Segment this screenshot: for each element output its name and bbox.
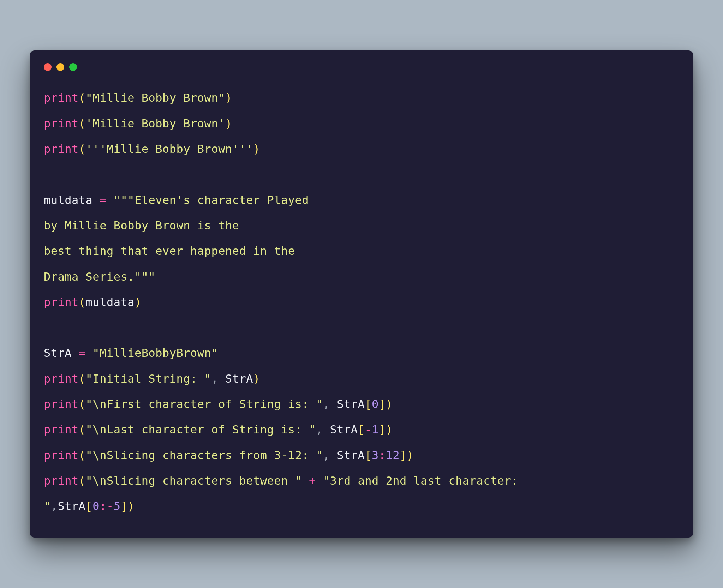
code-line: print('''Millie Bobby Brown''') [44,142,260,156]
string-literal: """Eleven's character Played [114,193,309,207]
keyword-print: print [44,397,79,411]
paren-open: ( [79,474,86,487]
identifier: StrA [330,423,358,436]
close-icon[interactable] [44,63,52,71]
keyword-print: print [44,449,79,462]
string-literal: "Initial String: " [86,372,211,385]
paren-open: ( [79,142,86,156]
string-literal: " [44,499,51,513]
paren-close: ) [386,397,393,411]
number-literal: 5 [114,499,121,513]
string-literal: Drama Series.""" [44,270,155,283]
slice-colon: : [379,449,386,462]
string-literal: '''Millie Bobby Brown''' [86,142,253,156]
identifier: muldata [86,295,135,309]
keyword-print: print [44,117,79,130]
code-block: print("Millie Bobby Brown") print('Milli… [44,85,679,519]
string-literal: "Millie Bobby Brown" [86,91,225,104]
number-literal: 0 [92,499,100,513]
keyword-print: print [44,423,79,436]
code-line: print("\nSlicing characters from 3-12: "… [44,449,414,462]
operator-assign: = [92,193,113,207]
string-literal: by Millie Bobby Brown is the [44,219,239,232]
number-literal: 1 [372,423,379,436]
comma: , [211,372,225,385]
string-literal: best thing that ever happened in the [44,244,295,258]
code-line: StrA = "MillieBobbyBrown" [44,346,218,360]
operator-assign: = [72,346,92,360]
bracket-close: ] [379,423,386,436]
bracket-close: ] [400,449,407,462]
code-line: print("\nFirst character of String is: "… [44,397,393,411]
paren-open: ( [79,449,86,462]
paren-close: ) [407,449,414,462]
keyword-print: print [44,91,79,104]
code-line: best thing that ever happened in the [44,244,295,258]
code-line: print("\nSlicing characters between " + … [44,474,525,487]
bracket-close: ] [120,499,127,513]
number-literal: 12 [386,449,400,462]
bracket-open: [ [365,397,372,411]
keyword-print: print [44,295,79,309]
string-literal: "\nSlicing characters from 3-12: " [86,449,323,462]
paren-close: ) [386,423,393,436]
code-line: by Millie Bobby Brown is the [44,219,239,232]
code-line: print('Millie Bobby Brown') [44,117,232,130]
code-line: print("Initial String: ", StrA) [44,372,260,385]
string-literal: "\nSlicing characters between " [86,474,302,487]
identifier: StrA [337,397,365,411]
paren-open: ( [79,423,86,436]
bracket-open: [ [358,423,365,436]
operator-plus: + [302,474,323,487]
operator-neg: - [365,423,372,436]
paren-close: ) [225,91,232,104]
identifier: StrA [58,499,86,513]
window-traffic-lights [44,63,679,71]
paren-open: ( [79,117,86,130]
bracket-close: ] [379,397,386,411]
paren-open: ( [79,91,86,104]
paren-open: ( [79,397,86,411]
keyword-print: print [44,474,79,487]
keyword-print: print [44,142,79,156]
paren-open: ( [79,372,86,385]
code-window: print("Millie Bobby Brown") print('Milli… [30,50,693,537]
paren-close: ) [225,117,232,130]
string-literal: "\nFirst character of String is: " [86,397,323,411]
paren-close: ) [253,372,260,385]
bracket-open: [ [365,449,372,462]
number-literal: 0 [372,397,379,411]
code-line: print("\nLast character of String is: ",… [44,423,393,436]
string-literal: "3rd and 2nd last character: [323,474,525,487]
string-literal: 'Millie Bobby Brown' [86,117,225,130]
code-line: print(muldata) [44,295,142,309]
code-line: Drama Series.""" [44,270,155,283]
number-literal: 3 [372,449,379,462]
paren-close: ) [253,142,260,156]
operator-neg: - [107,499,114,513]
identifier: StrA [225,372,253,385]
string-literal: "\nLast character of String is: " [86,423,316,436]
comma: , [323,449,337,462]
code-line: print("Millie Bobby Brown") [44,91,232,104]
paren-close: ) [127,499,135,513]
zoom-icon[interactable] [69,63,77,71]
code-line: muldata = """Eleven's character Played [44,193,309,207]
comma: , [316,423,330,436]
string-literal: "MillieBobbyBrown" [92,346,218,360]
paren-close: ) [135,295,142,309]
bracket-open: [ [86,499,93,513]
comma: , [323,397,337,411]
code-line: ",StrA[0:-5]) [44,499,135,513]
identifier: muldata [44,193,92,207]
slice-colon: : [100,499,107,513]
keyword-print: print [44,372,79,385]
identifier: StrA [337,449,365,462]
paren-open: ( [79,295,86,309]
identifier: StrA [44,346,72,360]
minimize-icon[interactable] [56,63,64,71]
comma: , [51,499,58,513]
